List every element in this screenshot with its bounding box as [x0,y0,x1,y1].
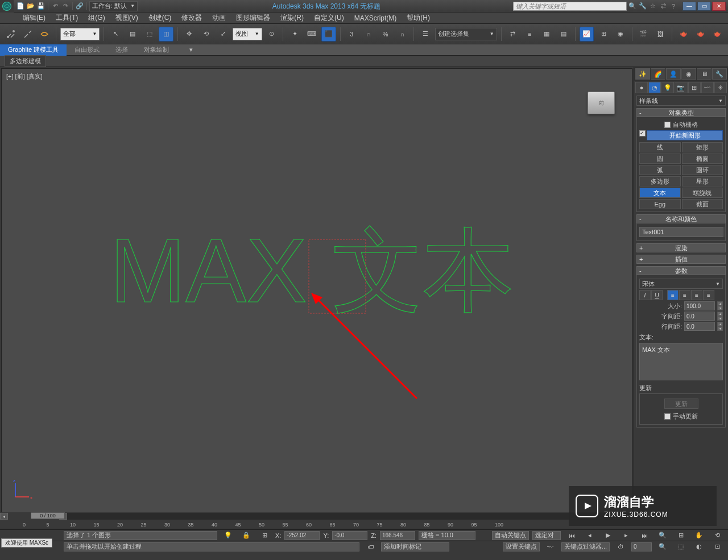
nav-max-icon[interactable]: ⊡ [710,540,725,554]
select-rect-icon[interactable]: ⬚ [142,27,157,42]
tab-display-icon[interactable]: 🖥 [697,68,712,80]
schematic-icon[interactable]: ⊞ [596,27,611,42]
start-new-shape-button[interactable]: 开始新图形 [647,130,723,140]
autogrid-checkbox-row[interactable]: 自动栅格 [639,119,723,130]
bind-icon[interactable] [37,27,52,42]
tab-hierarchy-icon[interactable]: 👤 [666,68,681,80]
teapot-icon[interactable]: 🫖 [693,27,708,42]
mirror-icon[interactable]: ⇄ [506,27,520,42]
scroll-left-icon[interactable]: ◂ [0,513,8,520]
obj-donut[interactable]: 圆环 [682,165,723,175]
align-right-button[interactable]: ≡ [691,290,702,300]
time-slider[interactable]: 0 / 100 [31,512,65,519]
spinner-buttons[interactable]: ▴▾ [717,312,723,321]
cat-cameras-icon[interactable]: 📷 [675,82,687,93]
rotate-icon[interactable]: ⟲ [199,27,214,42]
category-dropdown[interactable]: 样条线▼ [636,96,726,106]
unlink-icon[interactable] [20,27,35,42]
select-object-icon[interactable]: ↖ [108,27,123,42]
keyboard-icon[interactable]: ⌨ [304,27,319,42]
named-sets-dropdown[interactable]: 创建选择集▼ [435,28,497,40]
close-button[interactable]: ✕ [712,2,726,11]
align-center-button[interactable]: ≡ [679,290,690,300]
obj-arc[interactable]: 弧 [639,165,681,175]
save-icon[interactable]: 💾 [36,2,46,11]
viewport-label[interactable]: [+] [前] [真实] [6,72,43,81]
goto-frame-icon[interactable]: ⏱ [613,540,628,554]
select-link-icon[interactable] [3,27,18,42]
menu-views[interactable]: 视图(V) [115,13,138,23]
help-search-input[interactable] [513,2,627,11]
obj-line[interactable]: 线 [639,142,681,152]
menu-tools[interactable]: 工具(T) [56,13,78,23]
kerning-spinner[interactable]: 0.0 [684,312,715,321]
ribbon-tab-selection[interactable]: 选择 [107,44,136,56]
viewport-front[interactable]: [+] [前] [真实] 前 MAX 文本 z x [1,68,632,519]
leading-spinner[interactable]: 0.0 [684,322,715,331]
ribbon-sub-polymodel[interactable]: 多边形建模 [5,55,46,67]
app-menu-icon[interactable] [0,0,14,13]
startnew-checkbox[interactable] [639,130,646,136]
cat-helpers-icon[interactable]: ⊞ [688,82,701,93]
rollout-hdr-objtype[interactable]: -对象类型 [636,108,726,117]
nav-fov-icon[interactable]: ◐ [692,540,706,554]
search-icon[interactable]: 🔍 [628,2,637,11]
open-icon[interactable]: 📂 [26,2,35,11]
maximize-button[interactable]: ▭ [697,2,711,11]
menu-graph[interactable]: 图形编辑器 [236,13,270,23]
menu-help[interactable]: 帮助(H) [407,13,430,23]
cat-shapes-icon[interactable]: ◔ [648,82,661,93]
obj-section[interactable]: 截面 [682,199,723,209]
cat-geometry-icon[interactable]: ● [635,82,648,93]
y-coord-input[interactable] [332,531,367,540]
manipulate-icon[interactable]: ✦ [287,27,302,42]
render-setup-icon[interactable]: 🎬 [636,27,651,42]
redo-icon[interactable]: ↷ [61,2,70,11]
help-icon[interactable]: ? [669,2,678,11]
snap-3-icon[interactable]: 3 [344,27,359,42]
viewport-horizontal-scrollbar[interactable]: ◂ 0 / 100 ▸ [0,512,631,520]
curve-editor-icon[interactable]: 📈 [580,27,594,42]
layer-mgr-icon[interactable]: ▤ [556,27,571,42]
cat-spacewarps-icon[interactable]: 〰 [701,82,714,93]
obj-star[interactable]: 星形 [682,176,723,186]
snap-toggle-icon[interactable]: ⬛ [321,27,336,42]
exchange-icon[interactable]: ⇄ [659,2,668,11]
select-name-icon[interactable]: ▤ [125,27,140,42]
menu-customize[interactable]: 自定义(U) [314,13,344,23]
key-filters-button[interactable]: 关键点过滤器... [561,542,610,551]
tab-utilities-icon[interactable]: 🔧 [712,68,727,80]
selection-filter-dropdown[interactable]: 全部 ▼ [60,28,100,40]
workspace-dropdown[interactable]: 工作台: 默认 ▼ [89,1,138,11]
tag-icon[interactable]: 🏷 [363,540,378,554]
render-frame-icon[interactable]: 🖼 [653,27,668,42]
menu-edit[interactable]: 编辑(E) [23,13,46,23]
checkbox-icon[interactable] [664,413,671,420]
font-dropdown[interactable]: 宋体▼ [639,279,723,289]
rollout-hdr-interp[interactable]: +插值 [636,255,726,264]
ribbon-tab-graphite[interactable]: Graphite 建模工具 [0,44,67,56]
teapot2-icon[interactable]: 🫖 [710,27,725,42]
obj-helix[interactable]: 螺旋线 [682,188,723,198]
ribbon-tab-paint[interactable]: 对象绘制 [136,44,177,56]
obj-ngon[interactable]: 多边形 [639,176,681,186]
rollout-hdr-namecolor[interactable]: -名称和颜色 [636,214,726,223]
pivot-icon[interactable]: ⊙ [264,27,279,42]
material-icon[interactable]: ◉ [613,27,628,42]
spinner-buttons[interactable]: ▴▾ [717,322,723,331]
maxscript-tab[interactable]: 欢迎使用 MAXSc [1,538,52,547]
ribbon-tab-freeform[interactable]: 自由形式 [67,44,107,56]
ref-coord-dropdown[interactable]: 视图▼ [233,28,262,40]
minimize-button[interactable]: — [682,2,696,11]
setkey-button[interactable]: 设置关键点 [503,542,540,551]
selected-set[interactable]: 选定对 [532,531,561,540]
underline-button[interactable]: U [651,290,663,300]
menu-rendering[interactable]: 渲染(R) [280,13,304,23]
obj-text[interactable]: 文本 [639,188,681,198]
frame-input[interactable] [631,542,652,551]
x-coord-input[interactable] [284,531,320,540]
obj-egg[interactable]: Egg [639,199,681,209]
move-icon[interactable]: ✥ [182,27,197,42]
menu-maxscript[interactable]: MAXScript(M) [354,14,397,22]
align-justify-button[interactable]: ≡ [703,290,714,300]
